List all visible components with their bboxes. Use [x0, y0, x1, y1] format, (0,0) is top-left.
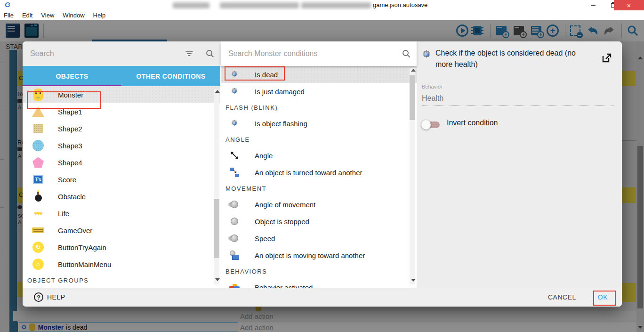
object-search-input[interactable]: [23, 49, 179, 58]
object-item-buttonmainmenu[interactable]: ⌂ ButtonMainMenu: [23, 256, 220, 273]
moving-toward-icon: [229, 251, 240, 260]
object-label: Shape2: [58, 125, 82, 133]
search-icon[interactable]: [396, 49, 417, 58]
annotation-box-is-dead: [225, 66, 285, 81]
filter-icon[interactable]: [179, 49, 200, 58]
condition-label: Angle of movement: [255, 201, 315, 209]
title-bar: G game.json.autosave ×: [0, 0, 644, 10]
stopped-object-icon: [229, 218, 240, 225]
retry-button-icon: ↻: [31, 242, 45, 253]
choose-condition-dialog: OBJECTS OTHER CONDITIONS Monster Shape1 …: [23, 41, 622, 307]
object-label: Score: [58, 176, 76, 184]
angle-of-movement-icon: [229, 201, 240, 208]
condition-item-angle[interactable]: Angle: [221, 147, 417, 164]
speed-icon: [229, 235, 240, 242]
behavior-select[interactable]: Health: [422, 94, 443, 103]
menu-edit[interactable]: Edit: [18, 12, 37, 19]
section-movement: MOVEMENT: [221, 181, 417, 196]
angle-arrow-icon: [229, 151, 240, 160]
condition-item-behavior-activated[interactable]: Behavior activated: [221, 279, 417, 288]
invert-condition-label: Invert condition: [447, 119, 498, 127]
menu-help[interactable]: Help: [89, 12, 110, 19]
cancel-button[interactable]: CANCEL: [548, 293, 576, 301]
condition-editor-panel: ⚙ Check if the object is considered dead…: [417, 41, 622, 288]
help-button[interactable]: ? HELP: [34, 292, 65, 302]
condition-label: An object is moving toward another: [255, 251, 365, 259]
object-item-score[interactable]: Tx Score: [23, 171, 220, 188]
annotation-box-monster: [27, 91, 101, 109]
invert-condition-toggle[interactable]: [423, 121, 440, 128]
health-gear-icon: ⚙: [229, 87, 240, 96]
redacted-path-blur: [173, 2, 209, 8]
object-groups-header: OBJECT GROUPS: [23, 273, 220, 288]
gameover-banner-icon: [31, 227, 45, 233]
search-icon[interactable]: [200, 49, 220, 58]
health-gear-icon: ⚙: [421, 49, 433, 61]
gdevelop-logo-icon: G: [5, 0, 10, 8]
object-label: ButtonTryAgain: [58, 243, 106, 251]
scrollbar-thumb[interactable]: [214, 199, 219, 258]
condition-item-object-is-stopped[interactable]: Object is stopped: [221, 213, 417, 230]
redacted-path-blur: [301, 2, 371, 8]
condition-item-is-object-flashing[interactable]: ⚙ Is object flashing: [221, 115, 417, 132]
object-item-shape4[interactable]: Shape4: [23, 154, 220, 171]
section-flash-blink: FLASH (BLINK): [221, 100, 417, 115]
object-item-gameover[interactable]: GameOver: [23, 222, 220, 239]
annotation-box-ok: [593, 291, 616, 306]
scroll-up-arrow[interactable]: [411, 69, 416, 72]
object-label: Shape1: [58, 108, 82, 116]
gdevelop-window: G game.json.autosave × File Edit View Wi…: [0, 0, 644, 332]
tab-other-conditions[interactable]: OTHER CONDITIONS: [121, 66, 220, 86]
condition-search-input[interactable]: [221, 49, 396, 58]
object-item-buttontryagain[interactable]: ↻ ButtonTryAgain: [23, 239, 220, 256]
window-title: game.json.autosave: [373, 1, 427, 8]
menu-bar: File Edit View Window Help: [0, 10, 644, 20]
object-item-life[interactable]: ♥♥♥ Life: [23, 205, 220, 222]
behavior-field-label: Behavior: [422, 84, 442, 89]
object-item-shape2[interactable]: Shape2: [23, 120, 220, 137]
open-help-external-icon[interactable]: [601, 52, 612, 64]
menu-view[interactable]: View: [37, 12, 58, 19]
scroll-down-arrow[interactable]: [411, 279, 416, 282]
section-behaviors: BEHAVIORS: [221, 264, 417, 279]
text-object-icon: Tx: [31, 175, 45, 184]
dialog-footer: ? HELP CANCEL OK: [23, 288, 622, 307]
condition-item-angle-of-movement[interactable]: Angle of movement: [221, 196, 417, 213]
condition-list: ⚙ Is dead ⚙ Is just damaged FLASH (BLINK…: [221, 66, 417, 288]
menu-file[interactable]: File: [0, 12, 18, 19]
object-label: GameOver: [58, 227, 92, 235]
condition-item-speed[interactable]: Speed: [221, 230, 417, 247]
object-label: Life: [58, 210, 69, 218]
turned-toward-icon: ↘: [229, 168, 240, 177]
object-label: ButtonMainMenu: [58, 260, 111, 268]
home-button-icon: ⌂: [31, 259, 45, 270]
bomb-icon: [31, 192, 45, 202]
menu-window[interactable]: Window: [58, 12, 89, 19]
redacted-path-blur: [220, 2, 299, 8]
condition-label: Speed: [255, 235, 275, 243]
object-label: Obstacle: [58, 193, 86, 201]
condition-search-bar: [221, 41, 417, 66]
scroll-down-arrow[interactable]: [215, 278, 220, 281]
scrollbar-thumb[interactable]: [410, 75, 415, 120]
condition-item-turned-toward[interactable]: ↘ An object is turned toward another: [221, 164, 417, 181]
scroll-up-arrow[interactable]: [215, 90, 220, 93]
minimize-button[interactable]: [584, 0, 603, 10]
condition-item-moving-toward[interactable]: An object is moving toward another: [221, 247, 417, 264]
pentagon-shape-icon: [31, 157, 45, 168]
condition-label: Behavior activated: [255, 283, 313, 288]
section-angle: ANGLE: [221, 132, 417, 147]
condition-label: Angle: [255, 152, 273, 160]
object-label: Shape3: [58, 142, 82, 150]
close-button[interactable]: ×: [614, 0, 644, 10]
object-item-obstacle[interactable]: Obstacle: [23, 188, 220, 205]
condition-description: Check if the object is considered dead (…: [435, 48, 586, 70]
condition-label: Object is stopped: [255, 218, 309, 226]
flash-gear-icon: ⚙: [229, 119, 240, 128]
condition-item-is-just-damaged[interactable]: ⚙ Is just damaged: [221, 83, 417, 100]
object-tabs: OBJECTS OTHER CONDITIONS: [23, 66, 220, 86]
square-shape-icon: [31, 124, 45, 133]
tab-objects[interactable]: OBJECTS: [23, 66, 121, 86]
object-item-shape3[interactable]: Shape3: [23, 137, 220, 154]
condition-label: Is just damaged: [255, 88, 305, 96]
